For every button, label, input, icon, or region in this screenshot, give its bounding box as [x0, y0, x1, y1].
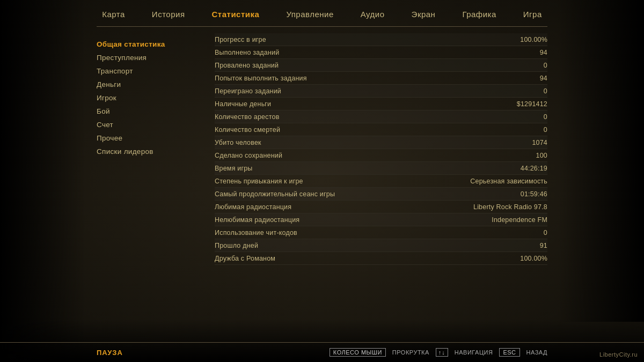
- sidebar-item-списки-лидеров[interactable]: Списки лидеров: [97, 145, 204, 158]
- stat-row: Нелюбимая радиостанцияIndependence FM: [215, 213, 547, 226]
- stat-value: 94: [462, 75, 547, 82]
- stat-label: Количество смертей: [215, 126, 462, 134]
- bottom-hints: КОЛЕСО МЫШИ ПРОКРУТКА ↑↓ НАВИГАЦИЯ ESC Н…: [330, 348, 547, 357]
- stat-value: Серьезная зависимость: [462, 178, 547, 185]
- top-navigation: КартаИсторияСтатистикаУправлениеАудиоЭкр…: [97, 0, 547, 27]
- stat-label: Убито человек: [215, 139, 462, 146]
- stat-row: Количество арестов0: [215, 110, 547, 123]
- stat-value: 100.00%: [462, 36, 547, 43]
- nav-item-управление[interactable]: Управление: [286, 10, 333, 19]
- stat-row: Переиграно заданий0: [215, 85, 547, 98]
- sidebar-item-преступления[interactable]: Преступления: [97, 51, 204, 64]
- stat-label: Выполнено заданий: [215, 49, 462, 56]
- stats-panel: Прогресс в игре100.00%Выполнено заданий9…: [204, 28, 547, 342]
- stat-value: 100: [462, 152, 547, 159]
- stat-value: Independence FM: [462, 216, 547, 224]
- sidebar: Общая статистикаПреступленияТранспортДен…: [97, 28, 204, 342]
- stat-label: Степень привыкания к игре: [215, 178, 462, 185]
- stat-row: Провалено заданий0: [215, 59, 547, 72]
- stat-label: Переиграно заданий: [215, 87, 462, 95]
- content-area: Общая статистикаПреступленияТранспортДен…: [0, 28, 644, 342]
- sidebar-item-счет[interactable]: Счет: [97, 118, 204, 131]
- stat-value: 91: [462, 242, 547, 249]
- stat-row: Выполнено заданий94: [215, 46, 547, 59]
- nav-item-экран[interactable]: Экран: [412, 10, 436, 19]
- sidebar-item-игрок[interactable]: Игрок: [97, 91, 204, 105]
- stat-row: Любимая радиостанцияLiberty Rock Radio 9…: [215, 201, 547, 213]
- stat-value: 0: [462, 62, 547, 69]
- stat-value: 0: [462, 113, 547, 121]
- stat-value: 0: [462, 87, 547, 95]
- stat-row: Попыток выполнить задания94: [215, 72, 547, 85]
- stat-value: Liberty Rock Radio 97.8: [462, 203, 547, 211]
- stat-value: 01:59:46: [462, 190, 547, 198]
- stat-value: 100.00%: [462, 255, 547, 262]
- stat-value: $1291412: [462, 100, 547, 108]
- stat-value: 0: [462, 126, 547, 134]
- stat-row: Дружба с Романом100.00%: [215, 252, 547, 265]
- nav-item-статистика[interactable]: Статистика: [212, 10, 260, 19]
- stat-value: 1074: [462, 139, 547, 146]
- stat-label: Нелюбимая радиостанция: [215, 216, 462, 224]
- stat-row: Количество смертей0: [215, 123, 547, 136]
- nav-item-игра[interactable]: Игра: [523, 10, 542, 19]
- stat-row: Степень привыкания к игреСерьезная завис…: [215, 175, 547, 188]
- sidebar-item-транспорт[interactable]: Транспорт: [97, 64, 204, 78]
- sidebar-item-прочее[interactable]: Прочее: [97, 131, 204, 145]
- nav-item-история[interactable]: История: [152, 10, 185, 19]
- pause-label: ПАУЗА: [97, 349, 319, 357]
- stat-label: Провалено заданий: [215, 62, 462, 69]
- stat-row: Время игры44:26:19: [215, 162, 547, 175]
- stat-row: Сделано сохранений100: [215, 149, 547, 162]
- sidebar-item-бой[interactable]: Бой: [97, 105, 204, 118]
- stat-row: Использование чит-кодов0: [215, 226, 547, 239]
- back-key-hint: ESC: [499, 348, 519, 357]
- scroll-label: ПРОКРУТКА: [392, 349, 429, 356]
- nav-item-карта[interactable]: Карта: [102, 10, 125, 19]
- stat-value: 94: [462, 49, 547, 56]
- stat-label: Использование чит-кодов: [215, 229, 462, 237]
- nav-label: НАВИГАЦИЯ: [455, 349, 493, 356]
- stat-label: Прошло дней: [215, 242, 462, 249]
- sidebar-item-деньги[interactable]: Деньги: [97, 78, 204, 91]
- stat-value: 44:26:19: [462, 165, 547, 172]
- sidebar-item-общая-статистика[interactable]: Общая статистика: [97, 38, 204, 51]
- bottom-bar: ПАУЗА КОЛЕСО МЫШИ ПРОКРУТКА ↑↓ НАВИГАЦИЯ…: [0, 342, 644, 362]
- stat-row: Убито человек1074: [215, 136, 547, 149]
- stat-label: Время игры: [215, 165, 462, 172]
- stat-label: Любимая радиостанция: [215, 203, 462, 211]
- back-label: НАЗАД: [526, 349, 547, 356]
- stat-label: Сделано сохранений: [215, 152, 462, 159]
- stat-label: Количество арестов: [215, 113, 462, 121]
- nav-item-аудио[interactable]: Аудио: [361, 10, 385, 19]
- stat-value: 0: [462, 229, 547, 237]
- nav-arrows-icon: ↑↓: [436, 348, 448, 357]
- stat-row: Прошло дней91: [215, 239, 547, 252]
- stat-label: Дружба с Романом: [215, 255, 462, 262]
- stat-row: Прогресс в игре100.00%: [215, 33, 547, 46]
- stat-label: Самый продолжительный сеанс игры: [215, 190, 462, 198]
- stat-row: Самый продолжительный сеанс игры01:59:46: [215, 188, 547, 201]
- stat-label: Прогресс в игре: [215, 36, 462, 43]
- stat-row: Наличные деньги$1291412: [215, 98, 547, 110]
- nav-item-графика[interactable]: Графика: [462, 10, 496, 19]
- stat-label: Наличные деньги: [215, 100, 462, 108]
- watermark: LibertyCity.ru: [599, 351, 638, 358]
- stat-label: Попыток выполнить задания: [215, 75, 462, 82]
- scroll-key-hint: КОЛЕСО МЫШИ: [330, 348, 386, 357]
